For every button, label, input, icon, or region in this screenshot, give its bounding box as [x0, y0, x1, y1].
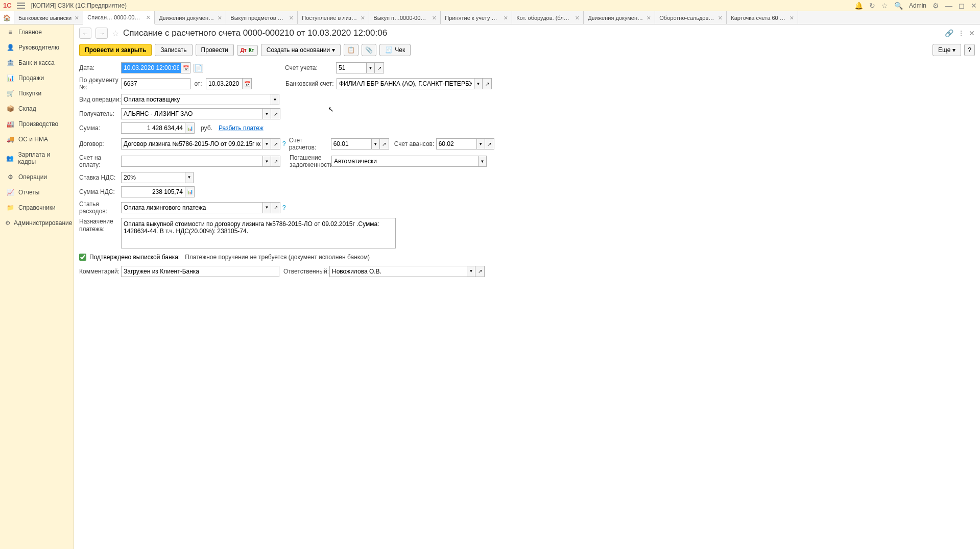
open-icon[interactable]: ↗	[271, 156, 280, 167]
responsible-input[interactable]	[329, 266, 467, 277]
dropdown-icon[interactable]: ▼	[263, 108, 271, 119]
bell-icon[interactable]: 🔔	[854, 2, 863, 10]
advance-acc-input[interactable]	[436, 138, 477, 149]
dropdown-icon[interactable]: ▼	[477, 138, 485, 149]
sidebar-item-hr[interactable]: 👥Зарплата и кадры	[0, 147, 74, 169]
purpose-textarea[interactable]	[121, 218, 396, 248]
tab-movements-2[interactable]: Движения документ…×	[584, 11, 655, 24]
tab-writeoff[interactable]: Списан… 0000-000210×	[83, 11, 155, 24]
sidebar-item-admin[interactable]: ⚙Администрирование	[0, 215, 74, 231]
vat-rate-input[interactable]	[121, 172, 185, 183]
close-icon[interactable]: ×	[647, 14, 651, 22]
favorite-icon[interactable]: ☆	[112, 29, 119, 38]
close-icon[interactable]: ×	[146, 13, 150, 21]
tab-buyout[interactable]: Выкуп предметов л…×	[226, 11, 298, 24]
more-vertical-icon[interactable]: ⋮	[958, 29, 965, 37]
close-icon[interactable]: ✕	[971, 2, 977, 10]
tab-buyout-2[interactable]: Выкуп п…0000-000001×	[369, 11, 441, 24]
more-button[interactable]: Еще ▾	[933, 44, 961, 56]
calculator-icon[interactable]: 📊	[185, 122, 195, 134]
dropdown-icon[interactable]: ▼	[185, 172, 194, 183]
expense-input[interactable]	[121, 202, 263, 213]
user-label[interactable]: Admin	[909, 2, 926, 9]
recipient-input[interactable]	[121, 108, 263, 119]
sidebar-item-main[interactable]: ≡Главное	[0, 24, 74, 40]
calendar-icon[interactable]: 📅	[181, 62, 190, 73]
vat-amount-input[interactable]	[121, 186, 185, 197]
settings-icon[interactable]: ⚙	[933, 2, 939, 10]
close-icon[interactable]: ✕	[969, 29, 975, 37]
sidebar-item-assets[interactable]: 🚚ОС и НМА	[0, 132, 74, 147]
dropdown-icon[interactable]: ▼	[467, 266, 475, 277]
debt-repay-input[interactable]	[331, 156, 479, 167]
home-tab[interactable]: 🏠	[0, 11, 14, 24]
search-icon[interactable]: 🔍	[894, 2, 903, 10]
maximize-icon[interactable]: ◻	[959, 2, 965, 10]
sidebar-item-production[interactable]: 🏭Производство	[0, 116, 74, 132]
tab-bank-statements[interactable]: Банковские выписки×	[14, 11, 83, 24]
close-icon[interactable]: ×	[575, 14, 579, 22]
dropdown-icon[interactable]: ▼	[474, 78, 483, 89]
dt-kt-button[interactable]: ДтКт	[237, 45, 258, 56]
calendar-icon[interactable]: 📅	[243, 78, 252, 89]
sidebar-item-sales[interactable]: 📊Продажи	[0, 70, 74, 86]
dropdown-icon[interactable]: ▼	[479, 156, 487, 167]
back-button[interactable]: ←	[79, 28, 91, 39]
tab-equipment[interactable]: Кот. оборудов. (блок…×	[512, 11, 584, 24]
close-icon[interactable]: ×	[432, 14, 436, 22]
tab-acceptance[interactable]: Принятие к учету О…×	[441, 11, 512, 24]
close-icon[interactable]: ×	[718, 14, 722, 22]
dropdown-icon[interactable]: ▼	[263, 202, 271, 213]
dropdown-icon[interactable]: ▼	[271, 94, 279, 105]
date-refresh-icon[interactable]: 📄	[194, 64, 203, 72]
close-icon[interactable]: ×	[361, 14, 365, 22]
open-icon[interactable]: ↗	[375, 62, 384, 73]
docnum-input[interactable]	[121, 78, 190, 89]
template-button[interactable]: 📋	[344, 44, 358, 56]
open-icon[interactable]: ↗	[475, 266, 485, 277]
open-icon[interactable]: ↗	[271, 138, 280, 149]
account-input[interactable]	[336, 62, 367, 73]
open-icon[interactable]: ↗	[483, 78, 492, 89]
dropdown-icon[interactable]: ▼	[372, 138, 380, 149]
open-icon[interactable]: ↗	[271, 108, 280, 119]
close-icon[interactable]: ×	[289, 14, 293, 22]
sidebar-item-stock[interactable]: 📦Склад	[0, 101, 74, 116]
open-icon[interactable]: ↗	[380, 138, 389, 149]
contract-input[interactable]	[121, 138, 263, 149]
tab-movements-1[interactable]: Движения документ…×	[155, 11, 226, 24]
tab-account-card[interactable]: Карточка счета 60 з…×	[727, 11, 798, 24]
dropdown-icon[interactable]: ▼	[263, 156, 271, 167]
sidebar-item-purchases[interactable]: 🛒Покупки	[0, 86, 74, 101]
close-icon[interactable]: ×	[790, 14, 794, 22]
close-icon[interactable]: ×	[218, 14, 222, 22]
post-button[interactable]: Провести	[196, 44, 234, 56]
tab-balance[interactable]: Оборотно-сальдова…×	[655, 11, 727, 24]
dropdown-icon[interactable]: ▼	[263, 138, 271, 149]
help-button[interactable]: ?	[964, 44, 975, 56]
sidebar-item-operations[interactable]: ⚙Операции	[0, 169, 74, 185]
receipt-button[interactable]: 🧾 Чек	[379, 44, 411, 56]
sidebar-item-reports[interactable]: 📈Отчеты	[0, 185, 74, 200]
date-input[interactable]	[121, 62, 181, 73]
bank-input[interactable]	[337, 78, 474, 89]
sidebar-item-manager[interactable]: 👤Руководителю	[0, 40, 74, 55]
star-icon[interactable]: ☆	[881, 2, 888, 10]
hamburger-icon[interactable]	[17, 3, 25, 9]
docdate-input[interactable]	[206, 78, 243, 89]
create-based-button[interactable]: Создать на основании ▾	[261, 44, 341, 56]
confirmed-checkbox[interactable]	[79, 254, 86, 261]
calculator-icon[interactable]: 📊	[185, 186, 195, 197]
minimize-icon[interactable]: —	[945, 2, 952, 10]
sidebar-item-bank[interactable]: 🏦Банк и касса	[0, 55, 74, 70]
amount-input[interactable]	[121, 122, 185, 134]
write-button[interactable]: Записать	[155, 44, 192, 56]
attach-button[interactable]: 📎	[362, 44, 376, 56]
open-icon[interactable]: ↗	[271, 202, 280, 213]
open-icon[interactable]: ↗	[485, 138, 494, 149]
post-close-button[interactable]: Провести и закрыть	[79, 44, 152, 56]
split-payment-link[interactable]: Разбить платеж	[219, 124, 264, 132]
link-icon[interactable]: 🔗	[945, 29, 953, 37]
dropdown-icon[interactable]: ▼	[367, 62, 375, 73]
history-icon[interactable]: ↻	[869, 2, 875, 10]
